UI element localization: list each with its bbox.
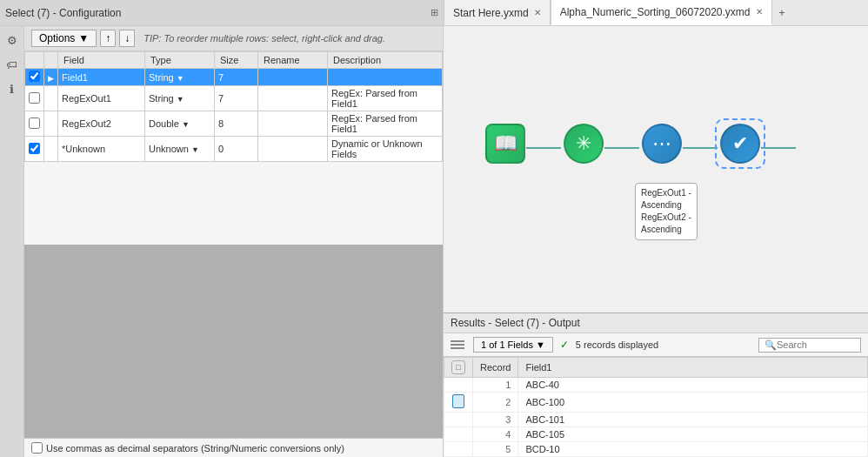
bottom-bar: Use commas as decimal separators (String… <box>24 438 443 457</box>
row-field: *Unknown <box>58 137 145 162</box>
move-down-button[interactable]: ↓ <box>119 30 135 47</box>
row-arrow-cell: ▶ <box>44 69 58 86</box>
pin-icon[interactable]: ⊞ <box>431 7 438 18</box>
sort-label-line4: Ascending <box>641 224 691 236</box>
decimal-separator-label[interactable]: Use commas as decimal separators (String… <box>31 442 436 454</box>
results-col-record: Record <box>473 358 518 378</box>
add-tab-button[interactable]: + <box>772 0 792 25</box>
results-toolbar: 1 of 1 Fields ▼ ✓ 5 records displayed 🔍 <box>444 333 868 357</box>
sort-label-line1: RegExOut1 - <box>641 187 691 199</box>
results-col-icon: □ <box>444 358 473 378</box>
col-header-arrow <box>44 52 58 69</box>
row-checkbox-cell[interactable] <box>25 86 44 111</box>
options-button[interactable]: Options ▼ <box>31 30 97 47</box>
fields-button[interactable]: 1 of 1 Fields ▼ <box>473 337 553 353</box>
config-table-wrap: Field Type Size Rename Description <box>24 51 443 245</box>
row-checkbox[interactable] <box>29 118 40 129</box>
sort-label-line2: Ascending <box>641 199 691 212</box>
row-checkbox[interactable] <box>29 92 40 104</box>
row-type-arrow: ▼ <box>182 120 190 129</box>
fields-btn-arrow: ▼ <box>536 339 545 350</box>
search-box[interactable]: 🔍 <box>758 338 861 353</box>
tab-alpha-numeric-label: Alpha_Numeric_Sorting_06072020.yxmd <box>560 6 751 18</box>
table-row: 5 BCD-10 <box>444 442 868 457</box>
row-arrow-icon: ▶ <box>48 74 54 83</box>
tag-icon[interactable]: 🏷 <box>3 56 21 73</box>
row-type-value: String <box>149 93 174 104</box>
row-field: RegExOut2 <box>58 111 145 137</box>
results-row-field1: ABC-101 <box>518 413 868 427</box>
results-table-wrap: □ Record Field1 1 ABC-40 2 ABC-100 <box>444 357 868 457</box>
row-type-value: String <box>149 72 174 83</box>
row-size: 0 <box>215 137 258 162</box>
tab-alpha-numeric[interactable]: Alpha_Numeric_Sorting_06072020.yxmd ✕ <box>551 0 772 25</box>
results-row-record: 4 <box>473 427 518 442</box>
options-label: Options <box>39 32 75 44</box>
row-type[interactable]: Unknown ▼ <box>145 137 215 162</box>
results-row-field1: ABC-100 <box>518 393 868 413</box>
tab-start-here[interactable]: Start Here.yxmd ✕ <box>444 0 551 25</box>
row-description: Dynamic or Unknown Fields <box>328 137 443 162</box>
node-regex-icon: ✳ <box>564 124 604 164</box>
row-rename[interactable] <box>258 137 328 162</box>
col-header-size: Size <box>215 52 258 69</box>
results-row-icon <box>444 393 473 413</box>
table-row: 4 ABC-105 <box>444 427 868 442</box>
move-up-button[interactable]: ↑ <box>100 30 116 47</box>
tab-close-2[interactable]: ✕ <box>756 7 763 17</box>
row-type-arrow: ▼ <box>177 95 184 104</box>
row-type-value: Unknown <box>149 144 189 154</box>
check-icon: ✓ <box>560 339 569 351</box>
sort-label: RegExOut1 - Ascending RegExOut2 - Ascend… <box>635 183 698 240</box>
table-row: 3 ABC-101 <box>444 413 868 427</box>
results-row-record: 3 <box>473 413 518 427</box>
table-row: 2 ABC-100 <box>444 393 868 413</box>
search-icon: 🔍 <box>765 339 777 351</box>
node-sort-icon: ⋯ <box>642 124 682 164</box>
results-row-field1: BCD-10 <box>518 442 868 457</box>
row-rename[interactable] <box>258 111 328 137</box>
decimal-separator-checkbox[interactable] <box>31 442 43 454</box>
row-rename-input[interactable] <box>262 118 323 129</box>
row-description <box>328 69 443 86</box>
options-arrow: ▼ <box>78 32 89 44</box>
col-header-type: Type <box>145 52 215 69</box>
results-row-field1: ABC-105 <box>518 427 868 442</box>
row-rename-input[interactable] <box>262 93 323 104</box>
results-row-record: 2 <box>473 393 518 413</box>
row-rename-input[interactable] <box>262 72 323 83</box>
row-checkbox-cell[interactable] <box>25 111 44 137</box>
tab-close-1[interactable]: ✕ <box>534 8 541 17</box>
row-checkbox-cell[interactable] <box>25 137 44 162</box>
results-panel: Results - Select (7) - Output 1 of 1 Fie… <box>444 313 868 457</box>
row-arrow-cell <box>44 86 58 111</box>
row-type[interactable]: String ▼ <box>145 69 215 86</box>
settings-icon[interactable]: ⚙ <box>3 31 21 49</box>
row-type-arrow: ▼ <box>191 145 199 154</box>
row-checkbox[interactable] <box>29 71 40 82</box>
results-table: □ Record Field1 1 ABC-40 2 ABC-100 <box>444 357 868 457</box>
node-regex[interactable]: ✳ <box>564 124 604 164</box>
row-description: RegEx: Parsed from Field1 <box>328 111 443 137</box>
add-tab-icon: + <box>779 7 785 19</box>
empty-area <box>24 245 443 438</box>
row-rename[interactable] <box>258 86 328 111</box>
results-row-record: 5 <box>473 442 518 457</box>
node-sort[interactable]: ⋯ <box>642 124 682 164</box>
node-select[interactable]: ✔ <box>720 124 760 164</box>
workflow-connections <box>444 26 868 313</box>
row-size: 7 <box>215 69 258 86</box>
row-rename[interactable] <box>258 69 328 86</box>
row-rename-input[interactable] <box>262 144 323 154</box>
row-checkbox-cell[interactable] <box>25 69 44 86</box>
info-icon[interactable]: ℹ <box>3 80 21 97</box>
search-input[interactable] <box>777 339 855 350</box>
node-input[interactable]: 📖 <box>485 124 525 164</box>
row-checkbox[interactable] <box>29 143 40 154</box>
row-type[interactable]: String ▼ <box>145 86 215 111</box>
results-row-icon <box>444 427 473 442</box>
sort-label-line3: RegExOut2 - <box>641 212 691 224</box>
row-type[interactable]: Double ▼ <box>145 111 215 137</box>
config-panel-title: Select (7) - Configuration <box>5 7 431 19</box>
col-header-field: Field <box>58 52 145 69</box>
